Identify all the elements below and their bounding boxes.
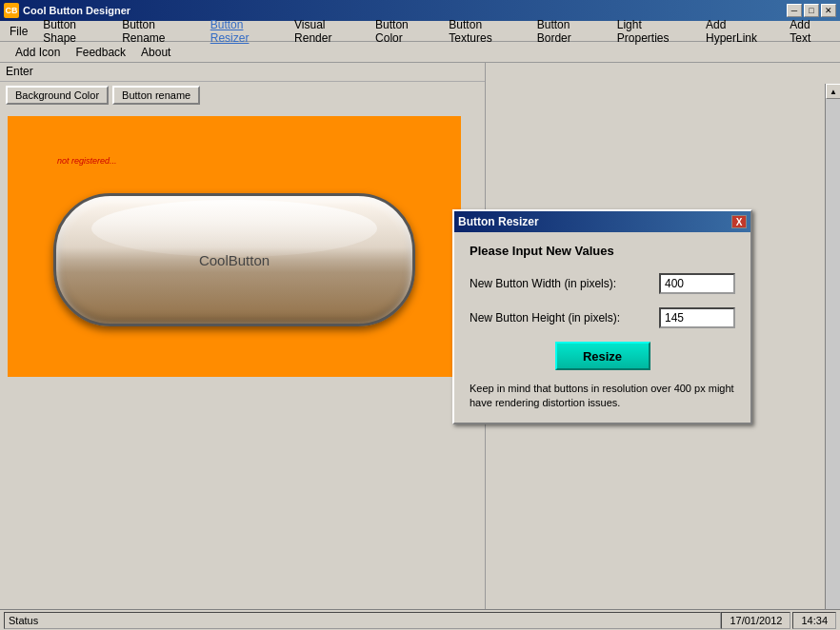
- width-input[interactable]: [659, 273, 735, 294]
- button-resizer-dialog: Button Resizer X Please Input New Values…: [452, 209, 752, 424]
- dialog-title: Button Resizer: [458, 215, 539, 228]
- dialog-close-button[interactable]: X: [731, 215, 747, 228]
- dialog-note: Keep in mind that buttons in resolution …: [470, 382, 735, 411]
- width-row: New Button Width (in pixels):: [470, 273, 735, 294]
- height-input[interactable]: [659, 307, 735, 328]
- dialog-header-text: Please Input New Values: [470, 244, 735, 258]
- width-label: New Button Width (in pixels):: [470, 277, 659, 290]
- height-label: New Button Height (in pixels):: [470, 311, 659, 325]
- modal-overlay: Button Resizer X Please Input New Values…: [0, 0, 840, 609]
- dialog-title-bar: Button Resizer X: [454, 211, 750, 232]
- resize-button[interactable]: Resize: [555, 342, 650, 370]
- dialog-content: Please Input New Values New Button Width…: [454, 232, 750, 423]
- height-row: New Button Height (in pixels):: [470, 307, 735, 328]
